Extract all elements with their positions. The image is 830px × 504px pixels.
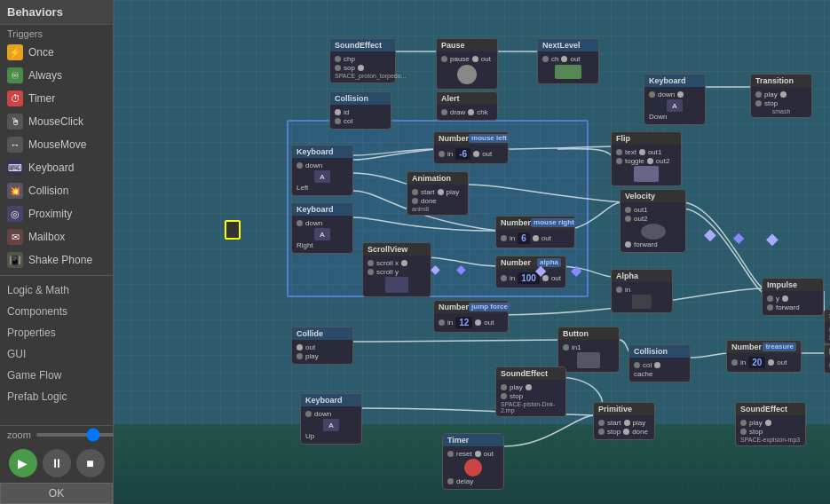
sidebar-category-properties[interactable]: Properties [0, 322, 113, 343]
pause-button[interactable]: ⏸ [43, 449, 71, 477]
main-canvas[interactable]: SoundEffect chp sop SPACE_proton_torpedo… [114, 0, 830, 504]
node-header: Velocity [621, 190, 685, 202]
node-flip[interactable]: Flip textout1 toggleout2 [611, 131, 682, 186]
node-pause[interactable]: Pause pauseout [436, 38, 498, 90]
port-out [639, 149, 645, 155]
ok-button[interactable]: OK [0, 483, 113, 504]
node-sound-effect-2[interactable]: SoundEffect chp Nlms-002-mp2 [824, 309, 830, 344]
node-scroll-view[interactable]: ScrollView scroll x scroll y [362, 242, 431, 297]
sidebar-category-gui[interactable]: GUI [0, 343, 113, 365]
node-impulse[interactable]: Impulse y forward [762, 278, 824, 316]
icon-level [555, 65, 581, 79]
port-in [616, 287, 622, 293]
port-out [533, 235, 539, 241]
diamond-icon-5: ◆ [766, 229, 779, 248]
sidebar-item-collision-label: Collision [28, 185, 68, 197]
diamond-icon-8: ◆ [456, 262, 466, 276]
sidebar-item-timer[interactable]: ⏱ Timer [0, 87, 113, 110]
node-number-treasure[interactable]: Number treasure in 20 out [726, 340, 802, 373]
node-keyboard-3[interactable]: Keyboard down A Right [291, 202, 353, 254]
node-collision-2[interactable]: Collision col cache [628, 344, 691, 382]
sidebar-category-components[interactable]: Components [0, 301, 113, 322]
stop-button[interactable]: ■ [76, 449, 105, 477]
port-in [412, 189, 418, 195]
play-button[interactable]: ▶ [9, 449, 37, 477]
node-velocity[interactable]: Velocity out1 out2 forward [620, 189, 686, 253]
node-keyboard-2[interactable]: Keyboard down A Left [291, 145, 353, 196]
node-collision-1[interactable]: Collision id col [329, 91, 391, 130]
node-header: SoundEffect [496, 367, 565, 380]
port-in [649, 91, 655, 98]
node-sound-effect-1[interactable]: SoundEffect chp sop SPACE_proton_torpedo… [329, 38, 396, 83]
port-in [501, 275, 507, 281]
sidebar-item-proximity[interactable]: ◎ Proximity [0, 202, 113, 225]
port-in [335, 118, 341, 124]
alpha-preview [632, 295, 652, 309]
port-in [616, 149, 622, 155]
sidebar-item-collision[interactable]: 💥 Collision [0, 179, 113, 202]
node-timer[interactable]: Timer resetout delay [442, 433, 504, 490]
node-header: Keyboard [301, 394, 361, 406]
port-out [624, 420, 630, 426]
node-next-level[interactable]: NextLevel chout [537, 38, 599, 84]
sidebar-item-mailbox-label: Mailbox [28, 231, 65, 243]
node-header: Alert [437, 92, 497, 105]
port-out [561, 56, 567, 62]
sidebar-item-mousemove[interactable]: ↔ MouseMove [0, 133, 113, 156]
node-rules[interactable]: Rules play [824, 344, 830, 374]
port-out [475, 451, 481, 457]
node-header: Pause [437, 39, 497, 51]
sidebar-item-once[interactable]: ⚡ Once [0, 41, 113, 64]
port-out [472, 56, 478, 62]
node-sound-effect-4[interactable]: SoundEffect play stop SPACE-explsion-mp3 [735, 402, 806, 446]
node-sound-effect-3[interactable]: SoundEffect play stop SPACE-piston-Dnk-2… [495, 366, 566, 417]
node-keyboard-4[interactable]: Keyboard down A Up [300, 393, 362, 445]
node-header: SoundEffect [825, 310, 830, 322]
port-in [542, 56, 549, 62]
key-icon: A [314, 170, 330, 183]
sidebar-item-keyboard[interactable]: ⌨ Keyboard [0, 156, 113, 179]
port-out [625, 241, 631, 248]
always-icon: ♾ [7, 67, 23, 83]
sidebar-item-timer-label: Timer [28, 92, 55, 105]
timer-icon: ⏱ [7, 91, 23, 106]
port-out [647, 158, 653, 164]
port-in [335, 56, 341, 62]
sidebar-item-shake-phone[interactable]: 📳 Shake Phone [0, 248, 113, 272]
node-number-alpha[interactable]: Number alpha in 100 out [495, 256, 566, 288]
port-in [335, 65, 341, 71]
port-in [501, 384, 507, 390]
node-transition[interactable]: Transition play stop smash [750, 74, 812, 118]
scroll-preview [385, 277, 408, 293]
button-preview [577, 352, 600, 368]
diamond-icon-4: ◆ [733, 229, 744, 246]
node-number-mouse-right[interactable]: Number mouse right in 6 out [495, 216, 575, 248]
node-header: Collision [629, 345, 690, 358]
node-button[interactable]: Button in1 [557, 327, 620, 373]
node-number-mouse-left[interactable]: Number mouse left in -6 out [433, 131, 509, 164]
key-icon: A [314, 228, 330, 240]
velocity-icon [641, 224, 666, 240]
node-animation[interactable]: Animation startplay done anim8 [407, 171, 469, 216]
node-header: Collide [292, 327, 352, 340]
node-alpha[interactable]: Alpha in [611, 269, 673, 313]
node-header: Primitive [594, 403, 654, 415]
sidebar-category-prefab-logic[interactable]: Prefab Logic [0, 386, 113, 407]
sidebar-item-mousemove-label: MouseMove [28, 138, 86, 151]
node-alert[interactable]: Alert drawchk [436, 91, 498, 121]
node-header: Rules [825, 345, 830, 358]
sidebar-category-game-flow[interactable]: Game Flow [0, 365, 113, 386]
sidebar-item-mailbox[interactable]: ✉ Mailbox [0, 225, 113, 248]
port-in [447, 451, 454, 457]
sidebar-item-always[interactable]: ♾ Always [0, 64, 113, 87]
port-out [468, 109, 474, 115]
node-primitive[interactable]: Primitive startplay stopdone [593, 402, 655, 440]
mousemove-icon: ↔ [7, 137, 23, 153]
node-header: Number mouse left [434, 132, 508, 145]
sidebar-category-logic-math[interactable]: Logic & Math [0, 280, 113, 301]
sidebar-title: Behaviors [0, 0, 113, 25]
sidebar-item-mouseclick[interactable]: 🖱 MouseClick [0, 110, 113, 133]
node-collide-1[interactable]: Collide out play [291, 327, 353, 365]
node-number-jump[interactable]: Number jump force in 12 out [433, 300, 509, 333]
node-keyboard-1[interactable]: Keyboard down A Down [644, 74, 706, 125]
